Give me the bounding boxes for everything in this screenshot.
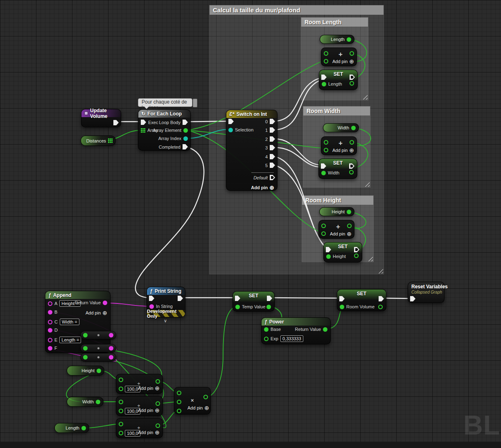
in-pin-a[interactable] (177, 391, 181, 395)
node-set-height[interactable]: SET Height (323, 242, 362, 262)
value-in-pin[interactable] (321, 171, 326, 175)
pin-b[interactable] (48, 310, 52, 315)
node-switch-on-int[interactable]: Ɛ* Switch on Int Selection 0 1 2 3 4 5 D… (226, 110, 278, 191)
value-in-pin[interactable] (322, 82, 326, 86)
pin-d[interactable] (48, 328, 52, 333)
value-out-pin[interactable] (378, 305, 383, 309)
node-reset-variables[interactable]: Reset Variables Collapsed Graph (408, 282, 445, 303)
exec-out-pin[interactable] (349, 163, 354, 169)
value-out-pin[interactable] (349, 170, 354, 174)
in-pin-a[interactable] (119, 378, 123, 382)
value-in-pin[interactable] (235, 305, 240, 309)
node-power[interactable]: ƒ Power Base Return Value Exp 0,333333 (261, 317, 331, 344)
add-pin-label[interactable]: Add pin (187, 405, 203, 410)
in-pin[interactable] (83, 355, 88, 360)
value-out-pin[interactable] (351, 126, 356, 130)
node-convert-float-to-string[interactable] (80, 331, 116, 339)
in-pin-b[interactable] (119, 409, 123, 413)
node-get-distances[interactable]: Distances (81, 136, 116, 146)
blueprint-canvas[interactable]: Calcul la taille du mur/plafond Room Len… (0, 0, 501, 448)
comment-main-title[interactable]: Calcul la taille du mur/plafond (210, 5, 384, 15)
return-value-pin[interactable] (323, 327, 327, 332)
out-pin[interactable] (156, 379, 160, 384)
node-divide[interactable]: 100,0 ÷ ⊕ Add pin (116, 418, 163, 438)
in-pin-c[interactable] (177, 409, 181, 413)
add-pin-label[interactable]: Add pin (138, 430, 153, 435)
exec-in-pin[interactable] (228, 119, 234, 124)
completed-pin[interactable] (183, 144, 188, 149)
out-pin[interactable] (156, 401, 160, 406)
exec-in-pin[interactable] (410, 296, 415, 301)
value-out-pin[interactable] (347, 37, 351, 42)
node-get-length[interactable]: Length (320, 35, 354, 44)
out-pin[interactable] (347, 224, 352, 228)
return-value-pin[interactable] (103, 301, 107, 305)
node-set-width[interactable]: SET Width (318, 158, 357, 179)
case-1-pin[interactable] (270, 127, 275, 133)
array-in-pin[interactable] (141, 128, 145, 133)
exec-out-pin[interactable] (267, 296, 272, 301)
value-out-pin[interactable] (354, 253, 359, 258)
in-pin-a[interactable] (119, 422, 123, 426)
in-pin-b[interactable] (119, 387, 123, 391)
exec-out-pin[interactable] (113, 120, 119, 125)
node-set-room-volume[interactable]: SET Room Volume (337, 289, 386, 311)
node-add-width[interactable]: + ⊕ Add pin (321, 136, 357, 155)
add-pin-icon[interactable]: ⊕ (269, 185, 274, 190)
pin-a[interactable] (48, 301, 52, 306)
node-divide[interactable]: 100,0 ÷ ⊕ Add pin (116, 396, 163, 416)
node-convert-float-to-string[interactable] (80, 353, 116, 362)
case-3-pin[interactable] (270, 145, 275, 150)
add-pin-label[interactable]: Add pin (138, 408, 153, 413)
in-string-pin[interactable] (149, 304, 154, 309)
array-pin[interactable] (108, 138, 113, 143)
exec-out-pin[interactable] (354, 247, 359, 252)
exp-field[interactable]: 0,333333 (280, 335, 303, 342)
value-out-pin[interactable] (81, 426, 86, 430)
exec-in-pin[interactable] (321, 75, 327, 80)
exec-out-pin[interactable] (178, 296, 183, 301)
in-pin-b[interactable] (119, 431, 123, 435)
comment-room-length-title[interactable]: Room Length (301, 18, 368, 27)
loop-body-pin[interactable] (183, 120, 188, 125)
add-pin-icon[interactable]: ⊕ (155, 430, 160, 435)
node-add-length[interactable]: + ⊕ Add pin (321, 48, 357, 66)
out-pin[interactable] (203, 395, 208, 399)
node-for-each-loop[interactable]: ↻ For Each Loop Exec Loop Body Array Arr… (138, 109, 191, 151)
out-pin[interactable] (156, 423, 160, 428)
add-pin-label[interactable]: Add pin (332, 59, 348, 64)
pin-f[interactable] (48, 346, 52, 351)
expand-chevron-icon[interactable]: ∨ (164, 318, 167, 324)
value-out-pin[interactable] (266, 305, 271, 309)
selection-pin[interactable] (228, 128, 233, 132)
in-pin-a[interactable] (119, 400, 123, 404)
exec-in-pin[interactable] (321, 163, 326, 169)
default-pin[interactable] (270, 175, 275, 180)
node-get-length[interactable]: Length (54, 423, 89, 433)
exec-in-pin[interactable] (235, 296, 240, 301)
value-in-pin[interactable] (326, 254, 331, 259)
exp-pin[interactable] (264, 337, 269, 341)
add-pin-label[interactable]: Add pin (138, 386, 153, 391)
node-get-height[interactable]: Height (319, 207, 354, 216)
out-pin[interactable] (350, 140, 354, 145)
node-convert-float-to-string[interactable] (80, 344, 116, 353)
value-out-pin[interactable] (97, 369, 101, 373)
value-out-pin[interactable] (347, 210, 351, 214)
case-5-pin[interactable] (270, 163, 275, 168)
in-pin-b[interactable] (324, 148, 328, 152)
node-update-volume[interactable]: Update Volume (81, 109, 121, 127)
in-pin-b[interactable] (321, 231, 326, 236)
pin-c[interactable] (48, 320, 52, 324)
in-pin-a[interactable] (321, 224, 326, 228)
out-pin[interactable] (350, 51, 354, 56)
add-pin-icon[interactable]: ⊕ (204, 405, 209, 411)
base-pin[interactable] (264, 327, 269, 332)
exec-out-pin[interactable] (350, 75, 355, 80)
value-out-pin[interactable] (350, 81, 354, 86)
out-pin[interactable] (109, 355, 113, 360)
exec-in-pin[interactable] (326, 247, 331, 252)
add-pin-label[interactable]: Add pin (332, 148, 348, 153)
comment-room-height-title[interactable]: Room Height (302, 196, 373, 205)
add-pin-icon[interactable]: ⊕ (155, 385, 160, 391)
